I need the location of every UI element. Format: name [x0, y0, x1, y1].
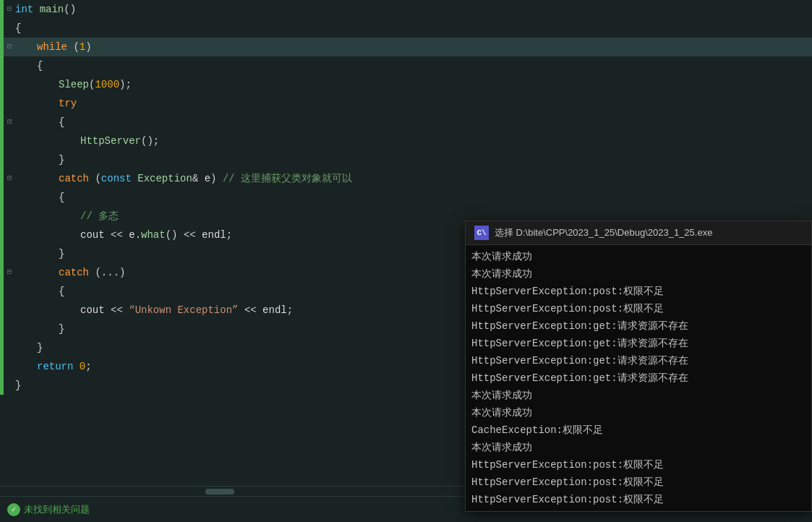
green-bar: [0, 132, 4, 150]
green-bar: [0, 94, 4, 113]
green-bar: [0, 320, 4, 338]
code-content: while (1): [15, 38, 812, 56]
console-titlebar: C\ 选择 D:\bite\CPP\2023_1_25\Debug\2023_1…: [466, 221, 811, 245]
fold-indicator[interactable]: ⊟: [4, 113, 15, 132]
green-bar: [0, 75, 4, 94]
green-bar: [0, 56, 4, 75]
code-content: HttpServer();: [15, 132, 812, 150]
console-window: C\ 选择 D:\bite\CPP\2023_1_25\Debug\2023_1…: [465, 221, 812, 512]
console-title: 选择 D:\bite\CPP\2023_1_25\Debug\2023_1_25…: [495, 226, 712, 239]
console-line: HttpServerException:post:权限不足: [471, 283, 805, 300]
code-content: }: [15, 150, 812, 169]
console-line: HttpServerException:post:权限不足: [471, 300, 805, 317]
code-line: HttpServer();: [0, 132, 812, 150]
code-content: try: [15, 94, 812, 113]
scrollbar-thumb[interactable]: [205, 489, 234, 495]
green-bar: [0, 376, 4, 395]
code-line: ⊟int main(): [0, 0, 812, 19]
console-line: HttpServerException:post:权限不足: [471, 474, 805, 491]
green-bar: [0, 150, 4, 169]
console-line: HttpServerException:get:请求资源不存在: [471, 317, 805, 335]
code-line: Sleep(1000);: [0, 75, 812, 94]
console-line: CacheException:权限不足: [471, 422, 805, 439]
code-line: ⊟{: [0, 113, 812, 132]
code-line: {: [0, 188, 812, 207]
green-bar: [0, 188, 4, 207]
console-line: 本次请求成功: [471, 439, 805, 456]
green-bar: [0, 207, 4, 226]
code-content: {: [15, 19, 812, 38]
green-bar: [0, 282, 4, 301]
console-line: HttpServerException:get:请求资源不存在: [471, 352, 805, 369]
status-label: 未找到相关问题: [24, 503, 90, 516]
status-ok: ✓ 未找到相关问题: [7, 503, 90, 516]
console-body: 本次请求成功本次请求成功HttpServerException:post:权限不…: [466, 245, 811, 511]
code-editor: ⊟int main(){⊟while (1){Sleep(1000);try⊟{…: [0, 0, 812, 522]
console-icon: C\: [474, 226, 489, 240]
green-bar: [0, 226, 4, 244]
console-line: 本次请求成功: [471, 387, 805, 404]
code-content: {: [15, 113, 812, 132]
code-content: catch (const Exception& e) // 这里捕获父类对象就可…: [15, 169, 812, 188]
green-bar: [0, 244, 4, 263]
code-line: try: [0, 94, 812, 113]
console-line: 本次请求成功: [471, 248, 805, 265]
code-content: Sleep(1000);: [15, 75, 812, 94]
console-line: 本次请求成功: [471, 404, 805, 422]
fold-indicator[interactable]: ⊟: [4, 263, 15, 282]
code-line: {: [0, 19, 812, 38]
console-line: HttpServerException:get:请求资源不存在: [471, 335, 805, 352]
console-line: HttpServerException:get:请求资源不存在: [471, 369, 805, 387]
console-line: 本次请求成功: [471, 265, 805, 283]
fold-indicator[interactable]: ⊟: [4, 169, 15, 188]
code-line: }: [0, 150, 812, 169]
green-bar: [0, 338, 4, 357]
code-line: {: [0, 56, 812, 75]
check-icon: ✓: [7, 503, 20, 516]
code-content: {: [15, 188, 812, 207]
code-line: ⊟while (1): [0, 38, 812, 56]
green-bar: [0, 357, 4, 376]
code-content: {: [15, 56, 812, 75]
console-line: HttpServerException:post:权限不足: [471, 456, 805, 474]
fold-indicator[interactable]: ⊟: [4, 0, 15, 19]
console-line: HttpServerException:post:权限不足: [471, 491, 805, 508]
green-bar: [0, 19, 4, 38]
code-content: int main(): [15, 0, 812, 19]
code-line: ⊟catch (const Exception& e) // 这里捕获父类对象就…: [0, 169, 812, 188]
green-bar: [0, 301, 4, 320]
fold-indicator[interactable]: ⊟: [4, 38, 15, 56]
